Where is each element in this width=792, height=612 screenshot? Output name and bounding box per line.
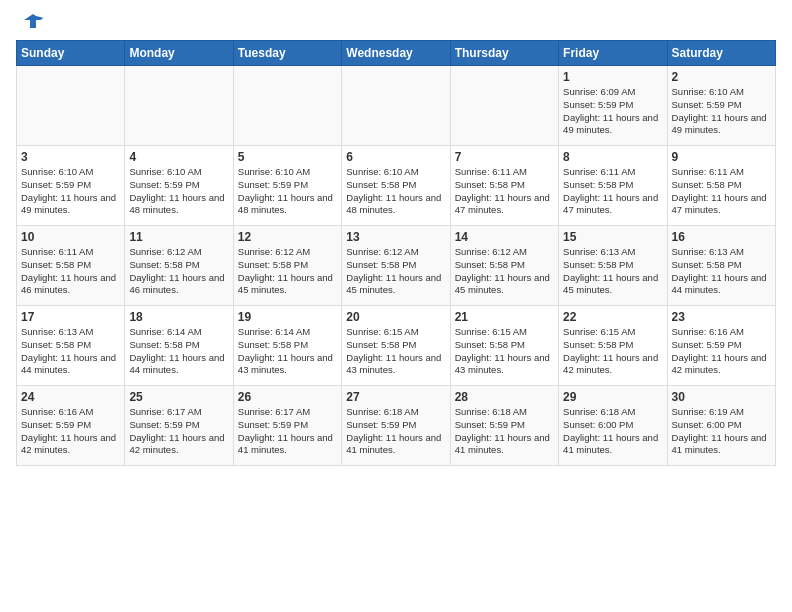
calendar-cell: 23Sunrise: 6:16 AM Sunset: 5:59 PM Dayli… — [667, 306, 775, 386]
calendar-cell: 11Sunrise: 6:12 AM Sunset: 5:58 PM Dayli… — [125, 226, 233, 306]
day-number: 27 — [346, 390, 445, 404]
calendar: SundayMondayTuesdayWednesdayThursdayFrid… — [0, 36, 792, 474]
day-info: Sunrise: 6:18 AM Sunset: 6:00 PM Dayligh… — [563, 406, 662, 457]
weekday-header-thursday: Thursday — [450, 41, 558, 66]
day-info: Sunrise: 6:10 AM Sunset: 5:58 PM Dayligh… — [346, 166, 445, 217]
calendar-week-row: 24Sunrise: 6:16 AM Sunset: 5:59 PM Dayli… — [17, 386, 776, 466]
calendar-cell: 2Sunrise: 6:10 AM Sunset: 5:59 PM Daylig… — [667, 66, 775, 146]
day-number: 29 — [563, 390, 662, 404]
weekday-header-wednesday: Wednesday — [342, 41, 450, 66]
day-info: Sunrise: 6:19 AM Sunset: 6:00 PM Dayligh… — [672, 406, 771, 457]
day-number: 13 — [346, 230, 445, 244]
day-number: 16 — [672, 230, 771, 244]
day-number: 26 — [238, 390, 337, 404]
calendar-cell — [125, 66, 233, 146]
page-header — [0, 0, 792, 36]
calendar-cell: 28Sunrise: 6:18 AM Sunset: 5:59 PM Dayli… — [450, 386, 558, 466]
day-number: 10 — [21, 230, 120, 244]
day-number: 24 — [21, 390, 120, 404]
day-info: Sunrise: 6:15 AM Sunset: 5:58 PM Dayligh… — [563, 326, 662, 377]
calendar-cell: 26Sunrise: 6:17 AM Sunset: 5:59 PM Dayli… — [233, 386, 341, 466]
calendar-cell: 7Sunrise: 6:11 AM Sunset: 5:58 PM Daylig… — [450, 146, 558, 226]
day-info: Sunrise: 6:17 AM Sunset: 5:59 PM Dayligh… — [129, 406, 228, 457]
day-number: 15 — [563, 230, 662, 244]
day-number: 5 — [238, 150, 337, 164]
day-info: Sunrise: 6:18 AM Sunset: 5:59 PM Dayligh… — [346, 406, 445, 457]
day-number: 2 — [672, 70, 771, 84]
day-number: 30 — [672, 390, 771, 404]
day-number: 19 — [238, 310, 337, 324]
calendar-week-row: 3Sunrise: 6:10 AM Sunset: 5:59 PM Daylig… — [17, 146, 776, 226]
day-number: 1 — [563, 70, 662, 84]
calendar-cell: 30Sunrise: 6:19 AM Sunset: 6:00 PM Dayli… — [667, 386, 775, 466]
day-number: 7 — [455, 150, 554, 164]
day-info: Sunrise: 6:12 AM Sunset: 5:58 PM Dayligh… — [455, 246, 554, 297]
calendar-cell: 1Sunrise: 6:09 AM Sunset: 5:59 PM Daylig… — [559, 66, 667, 146]
day-info: Sunrise: 6:18 AM Sunset: 5:59 PM Dayligh… — [455, 406, 554, 457]
day-info: Sunrise: 6:12 AM Sunset: 5:58 PM Dayligh… — [238, 246, 337, 297]
day-number: 18 — [129, 310, 228, 324]
calendar-cell — [17, 66, 125, 146]
day-number: 17 — [21, 310, 120, 324]
calendar-cell: 4Sunrise: 6:10 AM Sunset: 5:59 PM Daylig… — [125, 146, 233, 226]
logo — [20, 12, 44, 32]
day-number: 21 — [455, 310, 554, 324]
day-number: 28 — [455, 390, 554, 404]
calendar-cell: 21Sunrise: 6:15 AM Sunset: 5:58 PM Dayli… — [450, 306, 558, 386]
calendar-cell: 16Sunrise: 6:13 AM Sunset: 5:58 PM Dayli… — [667, 226, 775, 306]
calendar-cell: 17Sunrise: 6:13 AM Sunset: 5:58 PM Dayli… — [17, 306, 125, 386]
day-number: 9 — [672, 150, 771, 164]
day-number: 3 — [21, 150, 120, 164]
day-number: 4 — [129, 150, 228, 164]
day-info: Sunrise: 6:12 AM Sunset: 5:58 PM Dayligh… — [129, 246, 228, 297]
weekday-header-tuesday: Tuesday — [233, 41, 341, 66]
weekday-header-saturday: Saturday — [667, 41, 775, 66]
day-number: 12 — [238, 230, 337, 244]
weekday-header-friday: Friday — [559, 41, 667, 66]
day-info: Sunrise: 6:14 AM Sunset: 5:58 PM Dayligh… — [238, 326, 337, 377]
calendar-cell: 3Sunrise: 6:10 AM Sunset: 5:59 PM Daylig… — [17, 146, 125, 226]
calendar-cell: 19Sunrise: 6:14 AM Sunset: 5:58 PM Dayli… — [233, 306, 341, 386]
calendar-cell: 15Sunrise: 6:13 AM Sunset: 5:58 PM Dayli… — [559, 226, 667, 306]
logo-bird-icon — [22, 10, 44, 32]
calendar-cell: 8Sunrise: 6:11 AM Sunset: 5:58 PM Daylig… — [559, 146, 667, 226]
weekday-header-sunday: Sunday — [17, 41, 125, 66]
day-number: 8 — [563, 150, 662, 164]
day-info: Sunrise: 6:16 AM Sunset: 5:59 PM Dayligh… — [672, 326, 771, 377]
calendar-cell: 18Sunrise: 6:14 AM Sunset: 5:58 PM Dayli… — [125, 306, 233, 386]
calendar-cell: 25Sunrise: 6:17 AM Sunset: 5:59 PM Dayli… — [125, 386, 233, 466]
weekday-header-monday: Monday — [125, 41, 233, 66]
calendar-cell: 5Sunrise: 6:10 AM Sunset: 5:59 PM Daylig… — [233, 146, 341, 226]
day-number: 6 — [346, 150, 445, 164]
day-number: 22 — [563, 310, 662, 324]
day-info: Sunrise: 6:11 AM Sunset: 5:58 PM Dayligh… — [21, 246, 120, 297]
day-number: 23 — [672, 310, 771, 324]
day-info: Sunrise: 6:10 AM Sunset: 5:59 PM Dayligh… — [21, 166, 120, 217]
calendar-week-row: 17Sunrise: 6:13 AM Sunset: 5:58 PM Dayli… — [17, 306, 776, 386]
day-info: Sunrise: 6:09 AM Sunset: 5:59 PM Dayligh… — [563, 86, 662, 137]
day-info: Sunrise: 6:11 AM Sunset: 5:58 PM Dayligh… — [455, 166, 554, 217]
day-info: Sunrise: 6:16 AM Sunset: 5:59 PM Dayligh… — [21, 406, 120, 457]
svg-marker-0 — [24, 14, 42, 28]
day-info: Sunrise: 6:14 AM Sunset: 5:58 PM Dayligh… — [129, 326, 228, 377]
day-number: 20 — [346, 310, 445, 324]
calendar-cell: 9Sunrise: 6:11 AM Sunset: 5:58 PM Daylig… — [667, 146, 775, 226]
calendar-cell: 10Sunrise: 6:11 AM Sunset: 5:58 PM Dayli… — [17, 226, 125, 306]
day-number: 25 — [129, 390, 228, 404]
day-info: Sunrise: 6:17 AM Sunset: 5:59 PM Dayligh… — [238, 406, 337, 457]
calendar-cell — [233, 66, 341, 146]
calendar-cell: 27Sunrise: 6:18 AM Sunset: 5:59 PM Dayli… — [342, 386, 450, 466]
calendar-cell — [450, 66, 558, 146]
weekday-header-row: SundayMondayTuesdayWednesdayThursdayFrid… — [17, 41, 776, 66]
calendar-cell: 22Sunrise: 6:15 AM Sunset: 5:58 PM Dayli… — [559, 306, 667, 386]
day-number: 14 — [455, 230, 554, 244]
calendar-cell — [342, 66, 450, 146]
day-info: Sunrise: 6:15 AM Sunset: 5:58 PM Dayligh… — [455, 326, 554, 377]
calendar-week-row: 1Sunrise: 6:09 AM Sunset: 5:59 PM Daylig… — [17, 66, 776, 146]
calendar-cell: 13Sunrise: 6:12 AM Sunset: 5:58 PM Dayli… — [342, 226, 450, 306]
day-info: Sunrise: 6:15 AM Sunset: 5:58 PM Dayligh… — [346, 326, 445, 377]
day-info: Sunrise: 6:10 AM Sunset: 5:59 PM Dayligh… — [672, 86, 771, 137]
day-info: Sunrise: 6:11 AM Sunset: 5:58 PM Dayligh… — [563, 166, 662, 217]
day-info: Sunrise: 6:10 AM Sunset: 5:59 PM Dayligh… — [238, 166, 337, 217]
day-info: Sunrise: 6:13 AM Sunset: 5:58 PM Dayligh… — [672, 246, 771, 297]
